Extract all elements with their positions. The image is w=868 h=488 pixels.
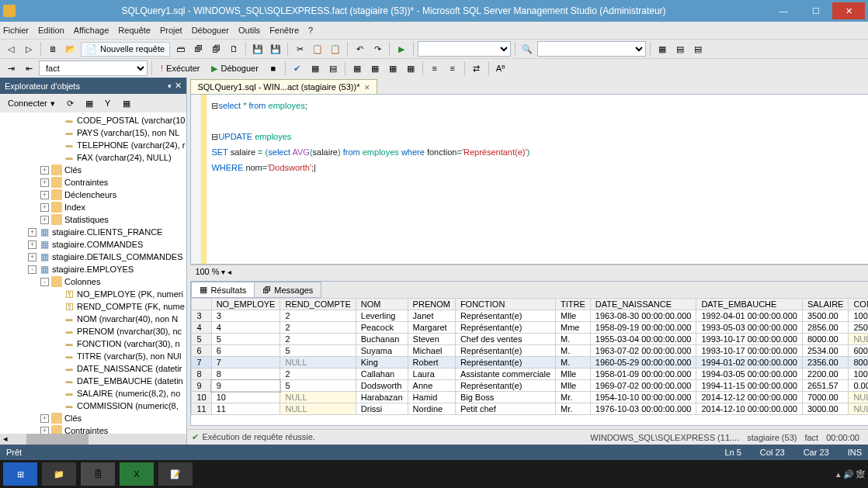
redo-button[interactable]: ↷	[370, 41, 385, 57]
zoom-level[interactable]: 100 %	[195, 267, 219, 276]
expand-icon[interactable]: +	[28, 241, 36, 249]
grid-cell[interactable]: 1954-10-10 00:00:00.000	[590, 392, 696, 403]
grid-cell[interactable]: M.	[556, 345, 591, 357]
grid-cell[interactable]: 5	[280, 345, 356, 357]
grid-cell[interactable]: 1992-04-01 00:00:00.000	[696, 310, 803, 322]
extra1-button[interactable]: ▦	[654, 41, 670, 57]
menu-déboguer[interactable]: Déboguer	[192, 26, 229, 35]
tree-node[interactable]: CODE_POSTAL (varchar(10	[0, 114, 186, 126]
new-query-button[interactable]: 📄 Nouvelle requête	[81, 42, 170, 57]
a-button[interactable]: 🗊	[190, 41, 206, 57]
grid-cell[interactable]: 5	[211, 334, 280, 345]
exp-tb2[interactable]: ▦	[82, 95, 97, 111]
exp-tb4[interactable]: ▦	[119, 95, 134, 111]
config-dropdown[interactable]	[418, 41, 511, 57]
grid-cell[interactable]: Callahan	[356, 369, 408, 380]
column-header[interactable]: NOM	[356, 299, 408, 310]
connect-button[interactable]: Connecter ▾	[3, 97, 60, 110]
tree-node[interactable]: FONCTION (varchar(30), n	[0, 337, 186, 350]
grid-cell[interactable]: Margaret	[408, 322, 455, 334]
taskbar-notepad[interactable]: 📝	[158, 462, 193, 486]
exp-tb3[interactable]: Y	[100, 95, 116, 111]
tool2-button[interactable]: ▦	[367, 61, 383, 76]
open-button[interactable]: 📂	[63, 41, 78, 57]
grid-cell[interactable]: Big Boss	[455, 392, 555, 403]
tree-node[interactable]: +Index	[0, 201, 186, 213]
row-number[interactable]: 10	[192, 392, 211, 403]
expand-icon[interactable]: +	[40, 166, 49, 175]
grid-cell[interactable]: 1000.00	[849, 310, 868, 322]
sql-editor[interactable]: ⊟select * from employes; ⊟UPDATE employe…	[190, 94, 868, 265]
grid-cell[interactable]: M.	[556, 357, 591, 369]
grid-cell[interactable]: M.	[556, 334, 591, 345]
grid-cell[interactable]: King	[356, 357, 408, 369]
grid-cell[interactable]: 1963-07-02 00:00:00.000	[590, 345, 696, 357]
row-number[interactable]: 6	[192, 345, 211, 357]
tree-node[interactable]: COMMISSION (numeric(8,	[0, 400, 186, 412]
grid-cell[interactable]: 3	[211, 310, 280, 322]
grid-cell[interactable]: Représentant(e)	[455, 380, 555, 392]
grid-cell[interactable]: 2534.00	[802, 345, 848, 357]
extra3-button[interactable]: ▤	[690, 41, 706, 57]
grid-cell[interactable]: 1000.00	[849, 369, 868, 380]
explorer-close-icon[interactable]: ✕	[175, 81, 182, 91]
b-button[interactable]: 🗐	[208, 41, 224, 57]
grid-cell[interactable]: 2	[280, 369, 356, 380]
expand-icon[interactable]: +	[40, 216, 49, 224]
grid1-button[interactable]: ▦	[307, 61, 323, 76]
tree-node[interactable]: +Statistiques	[0, 213, 186, 226]
expand-icon[interactable]: +	[28, 253, 36, 261]
grid-cell[interactable]: 2014-12-12 00:00:00.000	[696, 392, 803, 403]
row-number[interactable]: 9	[192, 380, 211, 392]
tree-node[interactable]: +stagiaire.DETAILS_COMMANDES	[0, 251, 186, 263]
tree-node[interactable]: +Contraintes	[0, 424, 186, 434]
paste-button[interactable]: 📋	[328, 41, 343, 57]
row-number[interactable]: 8	[192, 369, 211, 380]
tool3-button[interactable]: ▦	[385, 61, 401, 76]
debug-button[interactable]: ▶ Déboguer	[207, 62, 262, 75]
window-close-button[interactable]	[832, 2, 865, 19]
grid-cell[interactable]: 6	[211, 345, 280, 357]
row-number[interactable]: 7	[192, 357, 211, 369]
tree-node[interactable]: +Clés	[0, 164, 186, 176]
column-header[interactable]: DATE_EMBAUCHE	[696, 299, 803, 310]
grid-cell[interactable]: 1960-05-29 00:00:00.000	[590, 357, 696, 369]
grid-cell[interactable]: NULL	[280, 403, 356, 415]
menu-edition[interactable]: Edition	[38, 26, 64, 35]
column-header[interactable]: COMMISSI	[849, 299, 868, 310]
expand-icon[interactable]: +	[40, 178, 49, 187]
grid-cell[interactable]: NULL	[280, 357, 356, 369]
check-button[interactable]: ✔	[290, 61, 305, 76]
find-dropdown[interactable]	[537, 41, 646, 57]
grid-cell[interactable]: 1993-05-03 00:00:00.000	[696, 322, 803, 334]
grid-cell[interactable]: 0.00	[849, 380, 868, 392]
grid-cell[interactable]: 1969-07-02 00:00:00.000	[590, 380, 696, 392]
exp-tb1[interactable]: ⟳	[63, 95, 78, 111]
row-number[interactable]: 5	[192, 334, 211, 345]
expand-icon[interactable]: +	[28, 228, 36, 237]
editor-tab[interactable]: SQLQuery1.sql - WIN...act (stagiaire (53…	[190, 79, 377, 94]
tree-node[interactable]: NO_EMPLOYE (PK, numeri	[0, 288, 186, 300]
row-number[interactable]: 4	[192, 322, 211, 334]
grid-cell[interactable]: 1958-01-09 00:00:00.000	[590, 369, 696, 380]
grid-cell[interactable]: Laura	[408, 369, 455, 380]
grid-cell[interactable]: Assistante commerciale	[455, 369, 555, 380]
grid-cell[interactable]: Harabazan	[356, 392, 408, 403]
tool7-button[interactable]: ⇄	[469, 61, 484, 76]
menu-affichage[interactable]: Affichage	[74, 26, 109, 35]
grid-cell[interactable]: 5	[280, 380, 356, 392]
tool8-button[interactable]: Aᴮ	[493, 61, 509, 76]
undo-button[interactable]: ↶	[352, 41, 367, 57]
tree-node[interactable]: -Colonnes	[0, 275, 186, 288]
tree-node[interactable]: FAX (varchar(24), NULL)	[0, 151, 186, 164]
tree-node[interactable]: DATE_EMBAUCHE (datetin	[0, 375, 186, 387]
db-button[interactable]: 🗃	[172, 41, 188, 57]
save-all-button[interactable]: 💾	[268, 41, 283, 57]
grid-cell[interactable]: 250.00	[849, 322, 868, 334]
menu-projet[interactable]: Projet	[160, 26, 182, 35]
tree-node[interactable]: PRENOM (nvarchar(30), nc	[0, 325, 186, 337]
find-button[interactable]: 🔍	[519, 41, 535, 57]
results-grid[interactable]: NO_EMPLOYEREND_COMPTENOMPRENOMFONCTIONTI…	[191, 298, 868, 425]
grid-cell[interactable]: 4	[211, 322, 280, 334]
grid-cell[interactable]: Janet	[408, 310, 455, 322]
